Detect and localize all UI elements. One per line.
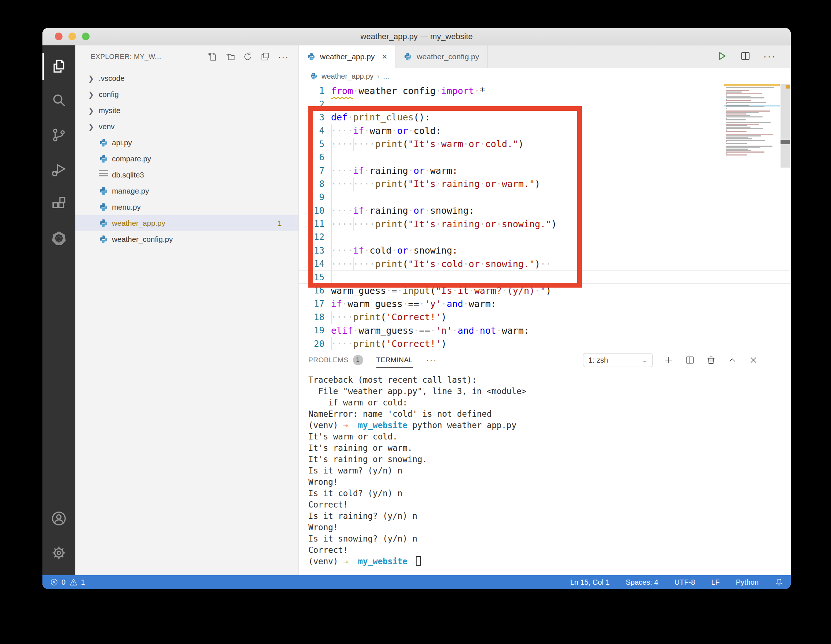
tab-weather-app[interactable]: weather_app.py × — [299, 45, 395, 68]
code-line-8[interactable]: 8········print("It's·raining·or·warm.") — [299, 177, 791, 191]
tree-item-db-sqlite3[interactable]: db.sqlite3 — [75, 167, 298, 183]
line-text: ····if·raining·or·warm: — [325, 166, 458, 176]
code-line-15[interactable]: 15 — [299, 270, 791, 284]
tree-item--vscode[interactable]: ❯.vscode — [75, 70, 298, 86]
breadcrumb[interactable]: weather_app.py › ... — [299, 68, 791, 84]
terminal-line: NameError: name 'cold' is not defined — [308, 408, 787, 420]
code-line-9[interactable]: 9 — [299, 191, 791, 204]
close-tab-icon[interactable]: × — [382, 52, 387, 62]
activity-explorer[interactable] — [43, 49, 75, 83]
activity-run-debug[interactable] — [43, 152, 75, 187]
tree-item-compare-py[interactable]: compare.py — [75, 151, 298, 167]
terminal-output[interactable]: Traceback (most recent call last): File … — [299, 370, 791, 575]
panel-more-icon[interactable]: ··· — [426, 355, 438, 365]
code-line-3[interactable]: 3def·print_clues(): — [299, 111, 791, 124]
tree-item-venv[interactable]: ❯venv — [75, 118, 298, 135]
maximize-panel-icon[interactable] — [727, 355, 737, 365]
code-line-2[interactable]: 2 — [299, 97, 791, 110]
kill-terminal-icon[interactable] — [706, 355, 716, 365]
encoding-status[interactable]: UTF-8 — [675, 578, 695, 587]
explorer-sidebar: EXPLORER: MY_W... ··· ❯.vscode❯config❯my… — [75, 45, 299, 575]
new-folder-icon[interactable] — [225, 52, 235, 62]
code-line-4[interactable]: 4····if·warm·or·cold: — [299, 124, 791, 137]
line-text: ····print('Correct!') — [325, 312, 447, 322]
minimize-window-button[interactable] — [68, 33, 76, 40]
line-text: ····if·cold·or·snowing: — [325, 245, 458, 256]
explorer-more-icon[interactable]: ··· — [278, 55, 289, 59]
errors-status[interactable]: 0 — [50, 578, 65, 587]
warnings-status[interactable]: 1 — [69, 578, 85, 587]
close-window-button[interactable] — [55, 33, 62, 40]
zoom-window-button[interactable] — [82, 33, 90, 40]
activity-settings[interactable] — [43, 536, 75, 570]
code-editor[interactable]: 1from·weather_config·import·*23def·print… — [299, 84, 791, 350]
breadcrumb-file[interactable]: weather_app.py — [322, 72, 373, 81]
tab-weather-config[interactable]: weather_config.py — [395, 45, 487, 68]
minimap[interactable] — [724, 84, 780, 171]
account-icon — [51, 510, 67, 527]
code-line-19[interactable]: 19elif·warm_guess·==·'n'·and·not·warm: — [299, 324, 791, 337]
close-panel-icon[interactable] — [748, 355, 759, 365]
gear-icon — [51, 545, 67, 561]
editor-scrollbar[interactable] — [780, 84, 791, 350]
code-line-16[interactable]: 16warm_guess·=·input("Is·it·warm?·(y/n)·… — [299, 284, 791, 297]
line-text: ····if·raining·or·snowing: — [325, 205, 474, 216]
line-number: 7 — [299, 166, 325, 176]
new-file-icon[interactable] — [208, 52, 217, 62]
tree-item-api-py[interactable]: api.py — [75, 135, 298, 151]
split-editor-icon[interactable] — [740, 51, 751, 63]
activity-source-control[interactable] — [43, 118, 75, 152]
code-line-7[interactable]: 7····if·raining·or·warm: — [299, 164, 791, 177]
file-name: config — [99, 90, 119, 99]
source-control-icon — [51, 127, 67, 143]
refresh-icon[interactable] — [243, 52, 252, 62]
tab-problems[interactable]: PROBLEMS 1 — [308, 350, 363, 370]
line-text: def·print_clues(): — [325, 112, 430, 123]
tree-item-config[interactable]: ❯config — [75, 86, 298, 102]
file-name: venv — [99, 122, 115, 131]
breadcrumb-symbol[interactable]: ... — [383, 72, 389, 81]
terminal-line: (venv) → my_website python weather_app.p… — [308, 420, 787, 431]
tree-item-menu-py[interactable]: menu.py — [75, 199, 298, 215]
tree-item-manage-py[interactable]: manage.py — [75, 183, 298, 199]
activity-extensions[interactable] — [43, 187, 75, 221]
code-line-11[interactable]: 11········print("It's·raining·or·snowing… — [299, 217, 791, 231]
code-line-14[interactable]: 14········print("It's·cold·or·snowing.")… — [299, 257, 791, 270]
line-number: 2 — [299, 99, 325, 109]
indentation-status[interactable]: Spaces: 4 — [626, 578, 658, 587]
cursor-position-status[interactable]: Ln 15, Col 1 — [570, 578, 610, 587]
code-line-10[interactable]: 10····if·raining·or·snowing: — [299, 204, 791, 217]
code-line-18[interactable]: 18····print('Correct!') — [299, 311, 791, 324]
line-text: from·weather_config·import·* — [325, 86, 486, 96]
new-terminal-icon[interactable] — [664, 355, 674, 365]
eol-status[interactable]: LF — [711, 578, 720, 587]
code-line-5[interactable]: 5········print("It's·warm·or·cold.") — [299, 137, 791, 151]
tree-item-weather-config-py[interactable]: weather_config.py — [75, 231, 298, 247]
warning-triangle-icon — [69, 578, 78, 587]
line-text: ········print("It's·raining·or·warm.") — [325, 179, 540, 189]
activity-account[interactable] — [43, 501, 75, 536]
code-line-20[interactable]: 20····print('Correct!') — [299, 337, 791, 350]
collapse-all-icon[interactable] — [260, 52, 270, 62]
code-line-6[interactable]: 6 — [299, 151, 791, 164]
code-line-1[interactable]: 1from·weather_config·import·* — [299, 84, 791, 97]
language-mode-status[interactable]: Python — [736, 578, 759, 587]
code-line-13[interactable]: 13····if·cold·or·snowing: — [299, 244, 791, 257]
editor-more-actions-icon[interactable]: ··· — [763, 51, 776, 62]
notifications-bell[interactable] — [775, 578, 783, 587]
tab-terminal[interactable]: TERMINAL — [376, 350, 413, 370]
terminal-select[interactable]: 1: zsh ⌄ — [583, 353, 653, 367]
activity-kubernetes[interactable] — [43, 221, 75, 255]
tree-item-weather-app-py[interactable]: weather_app.py1 — [75, 215, 298, 231]
run-python-file-button[interactable] — [716, 51, 728, 63]
code-line-17[interactable]: 17if·warm_guess·==·'y'·and·warm: — [299, 297, 791, 310]
line-text: elif·warm_guess·==·'n'·and·not·warm: — [325, 325, 529, 336]
tree-item-mysite[interactable]: ❯mysite — [75, 102, 298, 118]
terminal-label: TERMINAL — [376, 356, 413, 364]
code-line-12[interactable]: 12 — [299, 231, 791, 244]
scrollbar-slider[interactable] — [780, 84, 790, 167]
split-terminal-icon[interactable] — [685, 355, 695, 365]
activity-search[interactable] — [43, 83, 75, 118]
file-name: weather_app.py — [112, 219, 165, 228]
line-number: 20 — [299, 339, 325, 349]
